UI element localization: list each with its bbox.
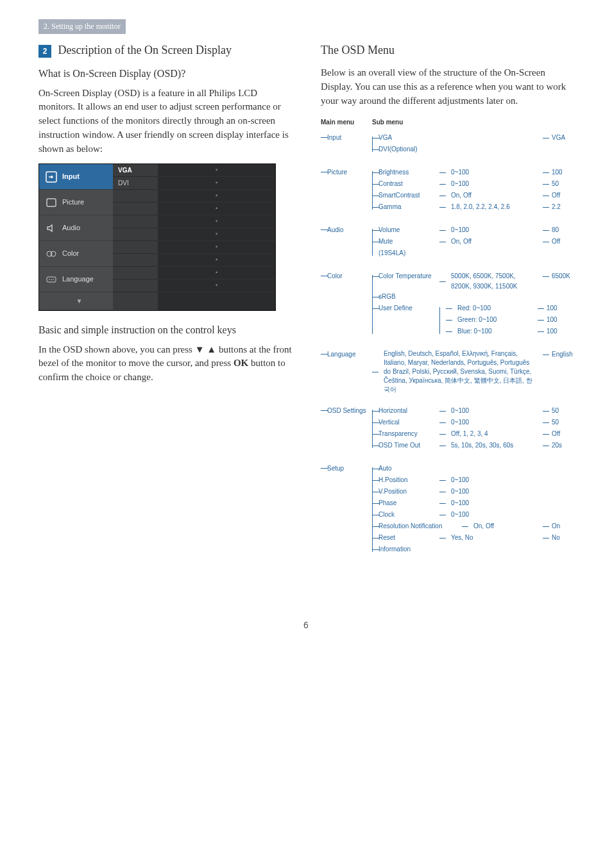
tree-header-sub: Sub menu [372, 117, 439, 128]
keys-paragraph: In the OSD shown above, you can press ▼ … [38, 343, 295, 385]
tree-sub: Brightness [372, 167, 439, 178]
tree-sub: Volume [372, 225, 439, 235]
tree-sub: Phase [372, 498, 439, 508]
tree-opts: 0~100 [439, 167, 543, 178]
svg-point-5 [49, 279, 50, 280]
osd-menu-intro: Below is an overall view of the structur… [321, 66, 574, 108]
keys-heading: Basic and simple instruction on the cont… [38, 322, 295, 337]
question-heading: What is On-Screen Display (OSD)? [38, 66, 295, 81]
tree-val: 100 [538, 326, 568, 337]
tree-sub: OSD Time Out [372, 440, 439, 451]
tree-opts: 0~100 [439, 179, 543, 189]
svg-point-3 [51, 251, 56, 256]
tree-main-language: Language [321, 351, 356, 358]
tree-opts: 0~100 [439, 417, 543, 428]
tree-sub: Clock [372, 510, 439, 520]
tree-sub: Color Temperature [372, 271, 439, 281]
osd-nav-label: Audio [62, 223, 80, 233]
page-number: 6 [38, 619, 574, 631]
language-icon [46, 274, 57, 285]
tree-sub: User Define [372, 303, 439, 313]
tree-val: 100 [538, 315, 568, 325]
tree-opts: 0~100 [439, 487, 574, 497]
svg-point-7 [53, 279, 54, 280]
tree-sub: Mute [372, 237, 439, 247]
tree-val: 2.2 [543, 202, 574, 212]
tree-opts: 5000K, 6500K, 7500K, 8200K, 9300K, 11500… [439, 271, 543, 292]
ok-button-label: OK [234, 358, 248, 368]
color-icon [46, 248, 57, 260]
tree-val: On [543, 521, 574, 531]
tree-val: 50 [543, 417, 574, 428]
tree-sub: Contrast [372, 179, 439, 189]
section-heading: 2 Description of the On Screen Display [38, 42, 295, 58]
tree-val: 20s [543, 440, 574, 451]
tree-opts: 0~100 [439, 475, 574, 485]
osd-nav: Input Picture Audio [39, 164, 113, 310]
tree-language-list: English, Deutsch, Español, Ελληνική, Fra… [372, 349, 543, 394]
picture-icon [46, 197, 57, 208]
osd-screenshot: Input Picture Audio [38, 163, 276, 311]
input-icon [46, 171, 57, 183]
osd-nav-color: Color [39, 241, 113, 267]
tree-val: 100 [543, 167, 574, 178]
tree-sub2: Blue: 0~100 [446, 326, 538, 337]
intro-paragraph: On-Screen Display (OSD) is a feature in … [38, 87, 295, 156]
tree-opts: Off, 1, 2, 3, 4 [439, 429, 543, 439]
tree-opts: 0~100 [439, 406, 543, 416]
tree-val: 50 [543, 179, 574, 189]
tree-val: Off [543, 237, 574, 247]
tree-val: English [543, 349, 574, 360]
osd-nav-picture: Picture [39, 190, 113, 215]
tree-main-input: Input [321, 134, 341, 141]
tree-val-vga: VGA [543, 133, 574, 143]
tree-opts: On, Off [439, 190, 543, 201]
tree-val: 80 [543, 225, 574, 235]
tree-main-color: Color [321, 272, 343, 280]
tree-main-picture: Picture [321, 169, 347, 176]
osd-nav-language: Language [39, 267, 113, 292]
tree-sub2: Red: 0~100 [446, 303, 538, 313]
tree-sub: Auto [372, 463, 439, 474]
osd-nav-audio: Audio [39, 215, 113, 241]
tree-sub: Transparency [372, 429, 439, 439]
osd-nav-input: Input [39, 164, 113, 190]
tree-val: 100 [538, 303, 568, 313]
section-number-badge: 2 [38, 45, 51, 58]
tree-main-setup: Setup [321, 465, 344, 472]
section-title: Description of the On Screen Display [58, 44, 232, 56]
tree-sub: Gamma [372, 202, 439, 212]
osd-submenu: VGA DVI [113, 164, 158, 310]
tree-sub2: Green: 0~100 [446, 315, 538, 325]
tree-sub: Information [372, 544, 439, 555]
tree-opts: 0~100 [439, 225, 543, 235]
osd-nav-label: Input [62, 172, 80, 182]
osd-nav-more: ▼ [39, 292, 113, 310]
tree-opts: On, Off [462, 521, 543, 531]
tree-main-audio: Audio [321, 226, 344, 233]
osd-nav-label: Picture [62, 197, 84, 208]
osd-tree: Main menu Sub menu Input VGA VGA DVI(Opt… [321, 117, 574, 556]
tree-sub: Reset [372, 533, 439, 543]
osd-menu-heading: The OSD Menu [321, 42, 574, 58]
tree-header-main: Main menu [321, 117, 372, 128]
tree-sub: SmartContrast [372, 190, 439, 201]
osd-sub-dvi: DVI [113, 177, 158, 190]
tree-opts: 0~100 [439, 498, 574, 508]
osd-sub-vga: VGA [113, 164, 158, 177]
tree-sub: Vertical [372, 417, 439, 428]
tree-val: No [543, 533, 574, 543]
tree-opts: 0~100 [439, 510, 574, 520]
osd-values [158, 164, 275, 310]
tree-val: Off [543, 429, 574, 439]
tree-val: Off [543, 190, 574, 201]
tree-sub: sRGB [372, 292, 439, 302]
tree-sub-vga: VGA [372, 133, 439, 143]
svg-rect-1 [47, 199, 56, 206]
tree-sub: V.Position [372, 487, 439, 497]
tree-opts: 1.8, 2.0, 2.2, 2.4, 2.6 [439, 202, 543, 212]
tree-val: 6500K [543, 271, 574, 281]
tree-sub: Resolution Notification [372, 521, 462, 531]
tree-opts: On, Off [439, 237, 543, 247]
osd-nav-label: Language [62, 274, 94, 285]
